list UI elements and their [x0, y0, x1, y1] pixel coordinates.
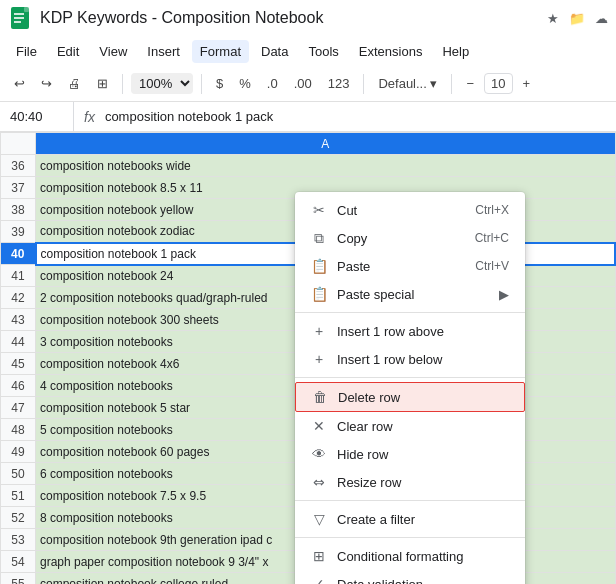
context-menu-label: Paste special — [337, 287, 414, 302]
font-select[interactable]: Defaul... ▾ — [372, 72, 443, 95]
context-menu-item-insert-row-below[interactable]: +Insert 1 row below — [295, 345, 525, 373]
menu-help[interactable]: Help — [434, 40, 477, 63]
context-menu-label: Resize row — [337, 475, 401, 490]
folder-icon[interactable]: 📁 — [569, 11, 585, 26]
context-menu-label: Create a filter — [337, 512, 415, 527]
context-menu-shortcut: Ctrl+V — [475, 259, 509, 273]
context-menu-icon: + — [311, 323, 327, 339]
context-menu: ✂CutCtrl+X⧉CopyCtrl+C📋PasteCtrl+V📋Paste … — [295, 192, 525, 584]
context-menu-arrow: ▶ — [499, 287, 509, 302]
window-title: KDP Keywords - Composition Notebook — [40, 9, 547, 27]
context-menu-icon: ⊞ — [311, 548, 327, 564]
dollar-button[interactable]: $ — [210, 72, 229, 95]
menu-file[interactable]: File — [8, 40, 45, 63]
menu-format[interactable]: Format — [192, 40, 249, 63]
context-menu-icon: ✂ — [311, 202, 327, 218]
context-menu-item-data-validation[interactable]: ✓Data validation — [295, 570, 525, 584]
context-menu-item-cut[interactable]: ✂CutCtrl+X — [295, 196, 525, 224]
context-menu-item-resize-row[interactable]: ⇔Resize row — [295, 468, 525, 496]
menu-data[interactable]: Data — [253, 40, 296, 63]
cloud-icon[interactable]: ☁ — [595, 11, 608, 26]
context-menu-item-delete-row[interactable]: 🗑Delete row — [295, 382, 525, 412]
row-number: 37 — [1, 177, 36, 199]
row-number: 55 — [1, 573, 36, 585]
menu-edit[interactable]: Edit — [49, 40, 87, 63]
context-menu-item-conditional-formatting[interactable]: ⊞Conditional formatting — [295, 542, 525, 570]
context-menu-separator — [295, 312, 525, 313]
row-number: 49 — [1, 441, 36, 463]
context-menu-icon: ✕ — [311, 418, 327, 434]
undo-button[interactable]: ↩ — [8, 72, 31, 95]
row-number: 48 — [1, 419, 36, 441]
context-menu-icon: 👁 — [311, 446, 327, 462]
svg-rect-3 — [14, 21, 21, 23]
context-menu-item-create-filter[interactable]: ▽Create a filter — [295, 505, 525, 533]
menu-insert[interactable]: Insert — [139, 40, 188, 63]
formula-icon: fx — [78, 109, 101, 125]
row-number: 44 — [1, 331, 36, 353]
row-number: 38 — [1, 199, 36, 221]
context-menu-item-paste[interactable]: 📋PasteCtrl+V — [295, 252, 525, 280]
context-menu-icon: 📋 — [311, 286, 327, 302]
context-menu-item-insert-row-above[interactable]: +Insert 1 row above — [295, 317, 525, 345]
row-number: 47 — [1, 397, 36, 419]
context-menu-icon: + — [311, 351, 327, 367]
format-paint-button[interactable]: ⊞ — [91, 72, 114, 95]
context-menu-icon: 🗑 — [312, 389, 328, 405]
zoom-select[interactable]: 100% 75% 50% — [131, 73, 193, 94]
context-menu-label: Data validation — [337, 577, 423, 585]
context-menu-label: Cut — [337, 203, 357, 218]
context-menu-item-clear-row[interactable]: ✕Clear row — [295, 412, 525, 440]
context-menu-separator — [295, 500, 525, 501]
context-menu-item-hide-row[interactable]: 👁Hide row — [295, 440, 525, 468]
menu-view[interactable]: View — [91, 40, 135, 63]
svg-rect-2 — [14, 17, 24, 19]
decimal-decrease-button[interactable]: .0 — [261, 72, 284, 95]
redo-button[interactable]: ↪ — [35, 72, 58, 95]
row-number: 52 — [1, 507, 36, 529]
context-menu-icon: ▽ — [311, 511, 327, 527]
menu-extensions[interactable]: Extensions — [351, 40, 431, 63]
row-number: 53 — [1, 529, 36, 551]
corner-header — [1, 133, 36, 155]
context-menu-separator — [295, 377, 525, 378]
sheets-logo-icon — [8, 6, 32, 30]
separator-2 — [201, 74, 202, 94]
context-menu-label: Insert 1 row below — [337, 352, 443, 367]
font-size-increase-button[interactable]: + — [517, 72, 537, 95]
separator-1 — [122, 74, 123, 94]
cell-reference-input[interactable] — [4, 102, 74, 131]
row-number: 36 — [1, 155, 36, 177]
context-menu-label: Conditional formatting — [337, 549, 463, 564]
row-number: 43 — [1, 309, 36, 331]
print-button[interactable]: 🖨 — [62, 72, 87, 95]
cell-value[interactable]: composition notebooks wide — [36, 155, 616, 177]
table-row[interactable]: 36composition notebooks wide — [1, 155, 616, 177]
font-size-decrease-button[interactable]: − — [460, 72, 480, 95]
separator-3 — [363, 74, 364, 94]
row-number: 45 — [1, 353, 36, 375]
toolbar: ↩ ↪ 🖨 ⊞ 100% 75% 50% $ % .0 .00 123 Defa… — [0, 66, 616, 102]
number-format-button[interactable]: 123 — [322, 72, 356, 95]
context-menu-item-copy[interactable]: ⧉CopyCtrl+C — [295, 224, 525, 252]
context-menu-shortcut: Ctrl+C — [475, 231, 509, 245]
menu-tools[interactable]: Tools — [300, 40, 346, 63]
col-header-a[interactable]: A — [36, 133, 616, 155]
title-bar: KDP Keywords - Composition Notebook ★ 📁 … — [0, 0, 616, 36]
context-menu-icon: ⇔ — [311, 474, 327, 490]
star-icon[interactable]: ★ — [547, 11, 559, 26]
row-number: 51 — [1, 485, 36, 507]
context-menu-icon: ⧉ — [311, 230, 327, 246]
font-size-input[interactable]: 10 — [484, 73, 512, 94]
row-number: 41 — [1, 265, 36, 287]
context-menu-label: Hide row — [337, 447, 388, 462]
context-menu-label: Paste — [337, 259, 370, 274]
row-number: 42 — [1, 287, 36, 309]
context-menu-item-paste-special[interactable]: 📋Paste special▶ — [295, 280, 525, 308]
context-menu-label: Copy — [337, 231, 367, 246]
decimal-increase-button[interactable]: .00 — [288, 72, 318, 95]
formula-content: composition notebook 1 pack — [105, 109, 612, 124]
context-menu-label: Delete row — [338, 390, 400, 405]
percent-button[interactable]: % — [233, 72, 257, 95]
row-number: 46 — [1, 375, 36, 397]
